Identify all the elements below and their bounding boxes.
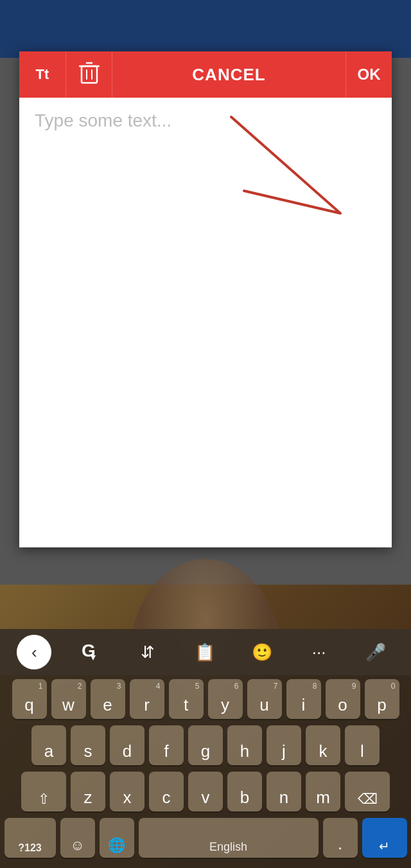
emoji-toolbar-button[interactable]: 🙂 [244,635,280,669]
mic-icon: 🎤 [365,642,386,662]
key-d[interactable]: d [110,725,144,765]
key-j[interactable]: j [267,725,301,765]
cancel-button[interactable]: CANCEL [112,51,345,98]
key-n[interactable]: n [267,772,301,811]
translate-button[interactable]: G ▾ [73,635,109,669]
keyboard-keys: 1q 2w 3e 4r 5t 6y 7u 8i 9o 0p a s d f g … [0,675,411,868]
trash-icon [79,61,100,89]
key-h[interactable]: h [227,725,262,765]
key-a[interactable]: a [31,725,66,765]
key-c[interactable]: c [149,772,184,811]
cancel-label: CANCEL [192,65,265,85]
tt-icon: Tt [36,66,49,83]
clipboard-button[interactable]: 📋 [187,635,223,669]
keyboard: ‹ G ▾ ⇵ 📋 🙂 ··· 🎤 1q [0,629,411,868]
key-s[interactable]: s [71,725,105,765]
clipboard-icon: 📋 [195,642,215,662]
keyboard-back-button[interactable]: ‹ [17,635,51,669]
text-dialog: Tt CANCEL OK Type some text... [19,51,392,547]
key-t[interactable]: 5t [169,679,204,719]
back-arrow-icon: ‹ [31,642,37,662]
ok-button[interactable]: OK [345,51,392,98]
translate-icon: G ▾ [79,639,102,666]
key-x[interactable]: x [110,772,144,811]
key-b[interactable]: b [227,772,262,811]
key-o[interactable]: 9o [326,679,360,719]
svg-text:▾: ▾ [91,651,96,662]
key-i[interactable]: 8i [286,679,321,719]
mic-button[interactable]: 🎤 [358,635,394,669]
backspace-key[interactable]: ⌫ [345,772,390,811]
emoji-toolbar-icon: 🙂 [252,642,272,662]
key-row-1: 1q 2w 3e 4r 5t 6y 7u 8i 9o 0p [3,679,408,719]
cursor-icon: ⇵ [141,642,155,662]
svg-rect-0 [82,66,97,83]
key-g[interactable]: g [188,725,223,765]
more-icon: ··· [312,642,326,662]
background-top [0,0,411,58]
text-input-area[interactable]: Type some text... [19,98,392,547]
keyboard-toolbar: ‹ G ▾ ⇵ 📋 🙂 ··· 🎤 [0,629,411,675]
period-key[interactable]: . [323,818,358,858]
text-placeholder: Type some text... [35,111,171,130]
ok-label: OK [358,66,381,84]
key-l[interactable]: l [345,725,380,765]
key-u[interactable]: 7u [247,679,282,719]
key-e[interactable]: 3e [91,679,125,719]
key-y[interactable]: 6y [208,679,243,719]
key-row-3: ⇧ z x c v b n m ⌫ [3,772,408,811]
key-row-2: a s d f g h j k l [3,725,408,765]
dialog-toolbar: Tt CANCEL OK [19,51,392,98]
key-r[interactable]: 4r [130,679,164,719]
key-z[interactable]: z [71,772,105,811]
more-options-button[interactable]: ··· [301,635,337,669]
key-v[interactable]: v [188,772,223,811]
key-m[interactable]: m [306,772,340,811]
enter-key[interactable]: ↵ [362,818,407,858]
key-w[interactable]: 2w [51,679,86,719]
key-k[interactable]: k [306,725,340,765]
text-format-button[interactable]: Tt [19,51,66,98]
numbers-key[interactable]: ?123 [4,818,56,858]
key-p[interactable]: 0p [365,679,399,719]
shift-key[interactable]: ⇧ [21,772,66,811]
emoji-key[interactable]: ☺ [60,818,95,858]
cursor-move-button[interactable]: ⇵ [130,635,166,669]
globe-key[interactable]: 🌐 [100,818,134,858]
space-key[interactable]: English [139,818,319,858]
key-f[interactable]: f [149,725,184,765]
delete-button[interactable] [66,51,112,98]
key-q[interactable]: 1q [12,679,47,719]
key-row-4: ?123 ☺ 🌐 English . ↵ [3,818,408,858]
